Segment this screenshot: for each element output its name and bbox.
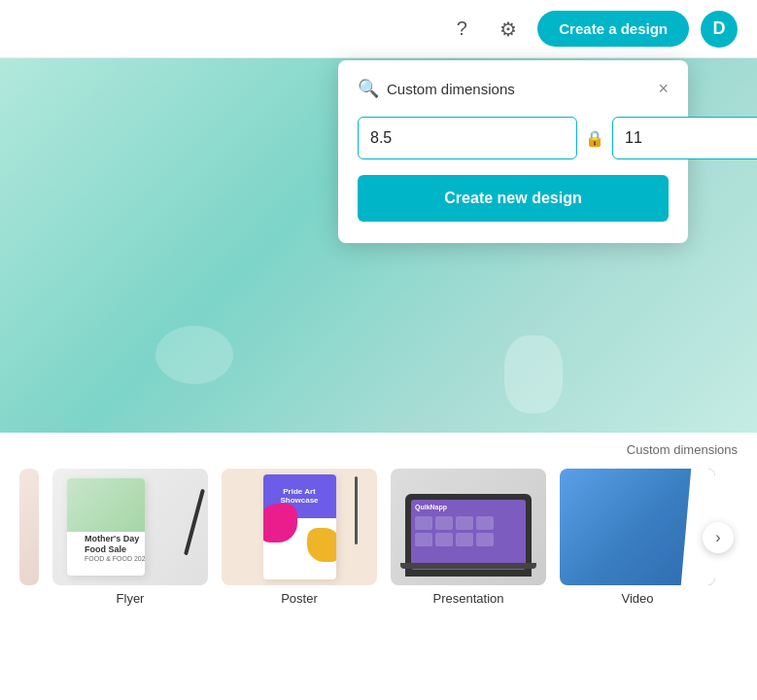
- screen-icon-4: [476, 516, 494, 530]
- popup-close-button[interactable]: ×: [658, 80, 669, 97]
- video-label: Video: [621, 591, 653, 606]
- flyer-title: Mother's DayFood Sale: [85, 534, 145, 555]
- thumbnails-row: Mother's DayFood Sale FOOD & FOOD 2024 F…: [19, 469, 738, 606]
- height-input[interactable]: [612, 117, 757, 159]
- settings-icon: ⚙: [499, 18, 517, 41]
- flyer-text-block: Mother's DayFood Sale FOOD & FOOD 2024: [85, 534, 145, 562]
- flyer-thumbnail-item[interactable]: Mother's DayFood Sale FOOD & FOOD 2024 F…: [52, 469, 208, 606]
- custom-dimensions-popup: 🔍 Custom dimensions × 🔒 in px cm mm ▾ Cr…: [338, 60, 688, 243]
- presentation-thumbnail-item[interactable]: QuikNapp: [391, 469, 546, 606]
- header: ? ⚙ Create a design D: [0, 0, 757, 58]
- poster-blob-2: [307, 528, 336, 562]
- help-icon: ?: [457, 18, 467, 40]
- settings-button[interactable]: ⚙: [491, 12, 526, 47]
- screen-icon-7: [456, 533, 473, 546]
- laptop-base: [400, 563, 536, 569]
- popup-header: 🔍 Custom dimensions ×: [358, 78, 669, 99]
- laptop-screen: QuikNapp: [411, 500, 526, 570]
- flyer-card: Mother's DayFood Sale FOOD & FOOD 2024: [52, 469, 208, 585]
- poster-inner: Pride ArtShowcase: [263, 474, 336, 579]
- create-new-design-button[interactable]: Create new design: [358, 175, 669, 222]
- chevron-right-icon: ›: [715, 529, 720, 546]
- poster-header-text: Pride ArtShowcase: [280, 488, 318, 506]
- partial-thumbnail: [19, 469, 39, 585]
- poster-label: Poster: [281, 591, 318, 606]
- presentation-card: QuikNapp: [391, 469, 546, 585]
- screen-app-name: QuikNapp: [415, 504, 447, 510]
- poster-thumbnail-item[interactable]: Pride ArtShowcase Poster: [222, 469, 377, 606]
- poster-card: Pride ArtShowcase: [222, 469, 377, 585]
- popup-title: Custom dimensions: [387, 81, 515, 97]
- dimensions-row: 🔒 in px cm mm ▾: [358, 117, 669, 159]
- width-input[interactable]: [358, 117, 577, 159]
- screen-icon-1: [415, 516, 432, 530]
- video-thumbnail-item[interactable]: Video: [560, 469, 715, 606]
- screen-icon-5: [415, 533, 432, 546]
- screen-icon-6: [435, 533, 453, 546]
- screen-icons-grid: [415, 516, 494, 546]
- help-button[interactable]: ?: [444, 12, 479, 47]
- presentation-label: Presentation: [433, 591, 504, 606]
- hero-decoration-2: [155, 326, 233, 384]
- flyer-subtitle: FOOD & FOOD 2024: [85, 555, 145, 562]
- search-icon: 🔍: [358, 78, 379, 99]
- laptop-wrapper: QuikNapp: [405, 494, 532, 577]
- create-design-button[interactable]: Create a design: [537, 11, 689, 47]
- flyer-inner: Mother's DayFood Sale FOOD & FOOD 2024: [67, 478, 145, 576]
- flyer-image-bg: [67, 478, 145, 532]
- screen-icon-2: [435, 516, 453, 530]
- custom-dimensions-label: Custom dimensions: [19, 442, 738, 457]
- hero-decoration-3: [504, 335, 563, 413]
- screen-icon-8: [476, 533, 494, 546]
- next-arrow-button[interactable]: ›: [703, 522, 734, 553]
- lock-icon: 🔒: [583, 129, 606, 148]
- screen-icon-3: [456, 516, 473, 530]
- flyer-label: Flyer: [117, 591, 145, 606]
- poster-blob-1: [263, 504, 297, 542]
- video-card: [560, 469, 715, 585]
- flyer-pencil-decoration: [184, 489, 205, 556]
- below-hero-section: Custom dimensions Mother's DayFood Sale …: [0, 433, 757, 700]
- popup-title-row: 🔍 Custom dimensions: [358, 78, 515, 99]
- user-avatar-button[interactable]: D: [701, 11, 738, 48]
- poster-pencil-decoration: [355, 476, 358, 544]
